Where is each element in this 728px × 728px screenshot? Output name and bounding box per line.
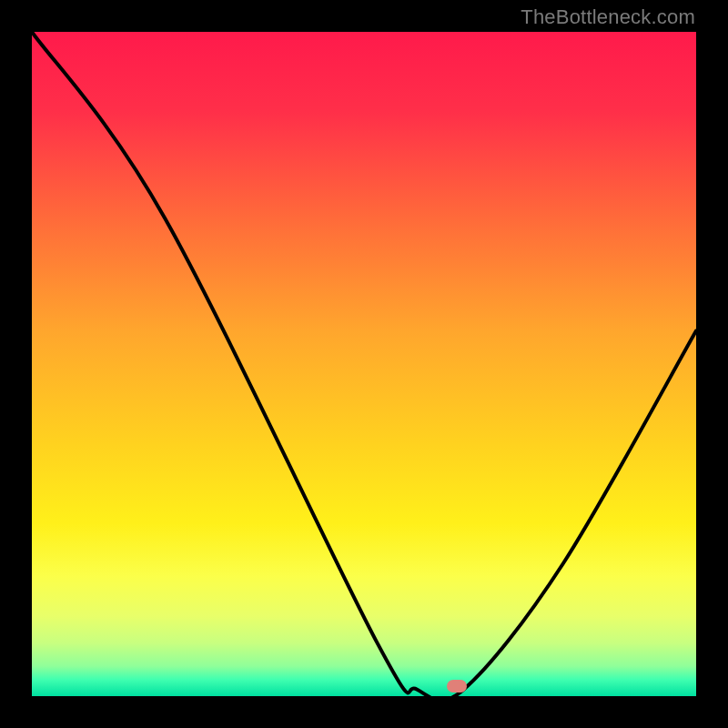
watermark-text: TheBottleneck.com (521, 5, 695, 29)
chart-frame: TheBottleneck.com (0, 0, 728, 728)
optimal-point-marker (447, 680, 467, 693)
bottleneck-curve (32, 32, 696, 696)
plot-area (32, 32, 696, 696)
